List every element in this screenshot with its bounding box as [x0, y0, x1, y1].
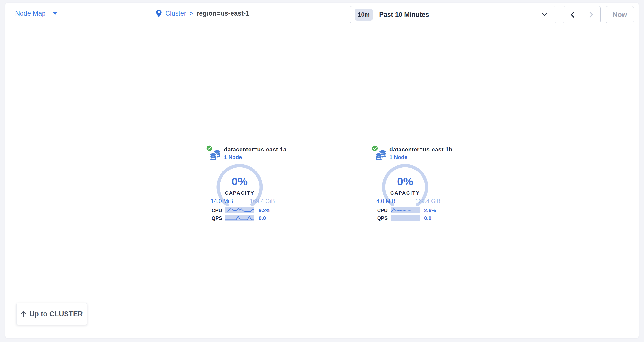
locality-card-us-east-1a[interactable]: datacenter=us-east-1a 1 Node 0% CAPACITY… [206, 145, 294, 241]
qps-sparkline [225, 215, 254, 221]
time-prev-button[interactable] [563, 6, 582, 23]
breadcrumb: Cluster > region=us-east-1 [156, 3, 250, 24]
capacity-label: CAPACITY [215, 190, 264, 196]
qps-label: QPS [371, 215, 388, 221]
database-stack-icon [210, 149, 221, 161]
chevron-down-icon [542, 13, 547, 16]
locality-card-us-east-1b[interactable]: datacenter=us-east-1b 1 Node 0% CAPACITY… [371, 145, 459, 241]
up-to-cluster-label: Up to CLUSTER [29, 310, 83, 318]
node-map-panel: Node Map Cluster > region=us-east-1 10m … [6, 3, 638, 338]
qps-value: 0.0 [424, 215, 431, 221]
breadcrumb-cluster-link[interactable]: Cluster [165, 10, 186, 17]
database-stack-icon [375, 149, 386, 161]
capacity-values: 4.0 MiB 169.4 GiB [376, 198, 440, 204]
cpu-label: CPU [371, 208, 388, 213]
time-range-label: Past 10 Minutes [379, 11, 429, 18]
capacity-percent: 0% [381, 175, 430, 188]
view-selector-dropdown[interactable]: Node Map [15, 3, 58, 24]
qps-label: QPS [206, 215, 222, 221]
cpu-sparkline [391, 207, 420, 213]
time-range-dropdown[interactable]: 10m Past 10 Minutes [350, 6, 556, 23]
cpu-value: 2.6% [424, 207, 436, 213]
capacity-percent: 0% [215, 175, 264, 188]
arrow-up-icon [20, 311, 26, 317]
up-to-cluster-button[interactable]: Up to CLUSTER [16, 303, 87, 325]
qps-metric-row: QPS 0.0 [371, 215, 436, 221]
locality-title: datacenter=us-east-1b [390, 146, 452, 153]
cpu-label: CPU [206, 208, 222, 213]
chevron-right-icon [589, 11, 594, 18]
view-selector-label: Node Map [15, 10, 46, 17]
location-pin-icon [156, 9, 162, 17]
time-range-badge: 10m [355, 9, 373, 20]
capacity-total: 169.4 GiB [416, 198, 440, 204]
locality-node-count: 1 Node [224, 154, 242, 160]
cpu-sparkline [225, 207, 254, 213]
capacity-used: 4.0 MiB [376, 198, 395, 204]
metric-rows: CPU 9.2% QPS 0.0 [206, 207, 270, 223]
time-nav-arrows [563, 6, 601, 23]
time-next-button[interactable] [582, 6, 600, 23]
capacity-used: 14.0 MiB [211, 198, 233, 204]
now-button[interactable]: Now [606, 6, 634, 23]
capacity-label: CAPACITY [381, 190, 430, 196]
qps-sparkline [391, 215, 420, 221]
header-bar: Node Map Cluster > region=us-east-1 10m … [6, 3, 638, 24]
locality-node-count: 1 Node [390, 154, 407, 160]
capacity-values: 14.0 MiB 169.4 GiB [211, 198, 275, 204]
locality-title: datacenter=us-east-1a [224, 146, 286, 153]
breadcrumb-separator: > [190, 10, 193, 17]
cpu-metric-row: CPU 9.2% [206, 207, 270, 214]
breadcrumb-current: region=us-east-1 [196, 10, 250, 17]
metric-rows: CPU 2.6% QPS 0.0 [371, 207, 436, 223]
qps-metric-row: QPS 0.0 [206, 215, 270, 221]
capacity-total: 169.4 GiB [250, 198, 275, 204]
cpu-metric-row: CPU 2.6% [371, 207, 436, 214]
caret-down-icon [52, 12, 58, 15]
chevron-left-icon [570, 11, 574, 18]
qps-value: 0.0 [259, 215, 266, 221]
cpu-value: 9.2% [259, 207, 270, 213]
